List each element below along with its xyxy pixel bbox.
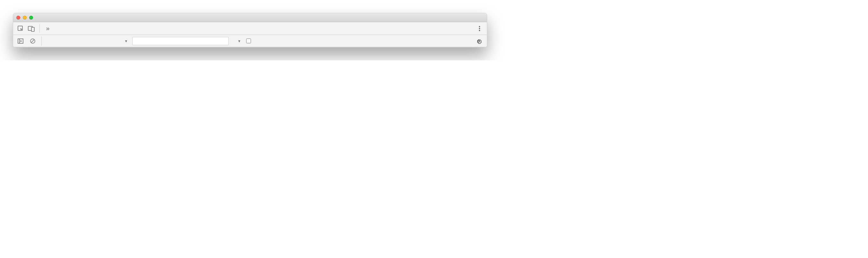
- dropdown-icon: ▼: [124, 39, 128, 43]
- separator: [39, 24, 40, 33]
- log-levels-selector[interactable]: ▼: [236, 39, 241, 43]
- svg-point-4: [479, 28, 480, 29]
- svg-line-9: [31, 39, 34, 43]
- console-toolbar: ▼ ▼: [13, 35, 487, 47]
- group-similar-toggle[interactable]: [246, 38, 253, 43]
- close-window-button[interactable]: [17, 16, 20, 20]
- window-controls: [17, 16, 33, 20]
- group-similar-checkbox[interactable]: [246, 38, 251, 43]
- inspect-element-icon[interactable]: [15, 22, 26, 35]
- svg-rect-2: [31, 27, 34, 31]
- minimize-window-button[interactable]: [23, 16, 27, 20]
- device-toolbar-icon[interactable]: [26, 22, 37, 35]
- svg-point-3: [479, 26, 480, 27]
- main-tabbar: »: [13, 22, 487, 35]
- zoom-window-button[interactable]: [29, 16, 33, 20]
- console-settings-icon[interactable]: [472, 38, 485, 44]
- kebab-menu-icon[interactable]: [474, 25, 485, 32]
- titlebar: [13, 13, 487, 22]
- execution-context-selector[interactable]: ▼: [41, 36, 131, 46]
- more-tabs-icon[interactable]: »: [42, 22, 53, 35]
- filter-input[interactable]: [132, 37, 228, 45]
- toggle-sidebar-icon[interactable]: [15, 38, 26, 44]
- dropdown-icon: ▼: [238, 39, 241, 43]
- clear-console-icon[interactable]: [27, 38, 38, 44]
- devtools-window: » ▼ ▼: [13, 13, 487, 48]
- svg-point-5: [479, 30, 480, 31]
